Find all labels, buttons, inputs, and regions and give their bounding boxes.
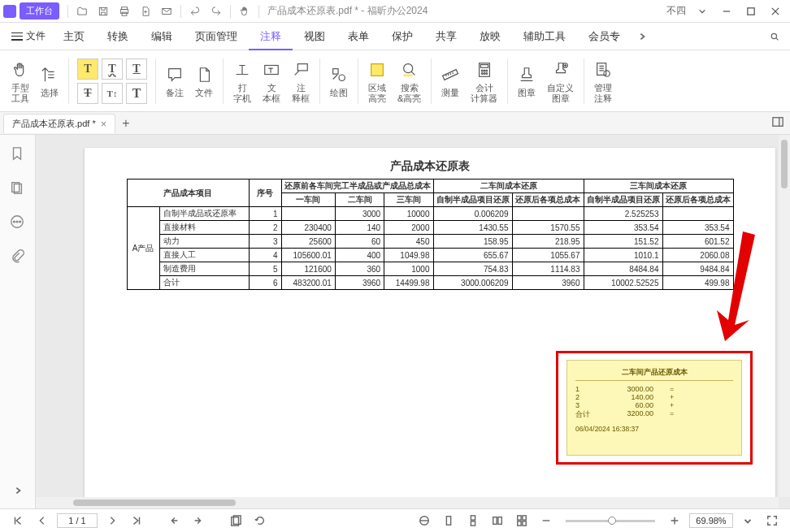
drawing-button[interactable]: 绘图	[325, 55, 353, 107]
file-menu[interactable]: 文件	[5, 29, 52, 43]
single-page-button[interactable]	[439, 513, 458, 529]
svg-rect-13	[403, 74, 412, 76]
next-page-button[interactable]	[102, 513, 122, 529]
measure-button[interactable]: 测量	[436, 55, 464, 107]
svg-point-6	[771, 33, 776, 38]
side-panel-toggle[interactable]	[772, 116, 787, 131]
tab-protect[interactable]: 保护	[380, 23, 424, 50]
svg-rect-38	[471, 516, 475, 520]
manage-annotations-button[interactable]: 管理 注释	[589, 55, 617, 107]
hand-tool-button[interactable]: 手型 工具	[7, 55, 34, 107]
horizontal-scrollbar[interactable]	[36, 497, 779, 508]
minimize-button[interactable]	[715, 2, 738, 20]
tab-page[interactable]: 页面管理	[184, 23, 249, 50]
document-tab[interactable]: 产品成本还原表.pdf * ×	[3, 114, 115, 133]
zoom-slider[interactable]	[566, 520, 655, 522]
last-page-button[interactable]	[127, 513, 146, 529]
fit-page-button[interactable]	[415, 513, 434, 529]
tab-share[interactable]: 共享	[424, 23, 468, 50]
svg-rect-14	[443, 70, 458, 80]
continuous-button[interactable]	[463, 513, 483, 529]
document-title: 产品成本还原表.pdf * - 福昕办公2024	[267, 4, 666, 18]
document-canvas[interactable]: 产品成本还原表 产品成本项目 序号 还原前各车间完工半成品或产成品总成本 二车间…	[36, 135, 790, 508]
svg-point-10	[339, 75, 345, 80]
tab-home[interactable]: 主页	[52, 23, 96, 50]
area-highlight-button[interactable]: 区域 高亮	[363, 55, 391, 107]
calculator-button[interactable]: 会计 计算器	[466, 55, 502, 107]
highlight-tool[interactable]: T	[77, 58, 98, 80]
svg-point-20	[481, 72, 483, 74]
svg-rect-42	[518, 516, 521, 520]
tab-view[interactable]: 视图	[293, 23, 336, 50]
dropdown-icon[interactable]	[691, 2, 714, 20]
underline-tool[interactable]: T	[126, 58, 147, 80]
svg-rect-11	[371, 63, 384, 76]
table-title: 产品成本还原表	[85, 148, 775, 179]
strikeout-tool[interactable]: T	[77, 83, 98, 104]
file-attach-button[interactable]: 文件	[190, 55, 218, 107]
workspace-button[interactable]: 工作台	[20, 2, 59, 19]
zoom-value[interactable]: 69.98%	[689, 513, 733, 528]
svg-rect-5	[748, 7, 754, 14]
add-tab-button[interactable]: +	[122, 116, 129, 131]
zoom-dropdown[interactable]	[738, 513, 757, 529]
select-tool-button[interactable]: 选择	[36, 55, 63, 107]
tab-present[interactable]: 放映	[468, 23, 512, 50]
save-icon[interactable]	[94, 2, 112, 20]
email-icon[interactable]	[158, 2, 176, 20]
svg-rect-37	[446, 517, 450, 526]
expand-sidebar-icon[interactable]	[14, 486, 22, 497]
search-highlight-button[interactable]: 搜索 &高亮	[393, 55, 426, 107]
insert-tool[interactable]: T	[126, 83, 147, 104]
hand-icon[interactable]	[236, 2, 254, 20]
user-name[interactable]: 不四	[666, 4, 686, 18]
text-styles: T T T T T↕ T	[74, 55, 150, 107]
undo-icon[interactable]	[186, 2, 204, 20]
back-view-button[interactable]	[164, 513, 184, 529]
tab-member[interactable]: 会员专	[577, 23, 632, 50]
close-button[interactable]	[764, 2, 787, 20]
tab-edit[interactable]: 编辑	[140, 23, 184, 50]
replace-tool[interactable]: T↕	[102, 83, 123, 104]
tab-form[interactable]: 表单	[336, 23, 380, 50]
first-page-button[interactable]	[8, 513, 28, 529]
continuous-facing-button[interactable]	[512, 513, 532, 529]
tab-convert[interactable]: 转换	[96, 23, 140, 50]
ribbon: 手型 工具 选择 T T T T T↕ T 备注 文件 打 字机 文 本框 注 …	[0, 50, 790, 112]
forward-view-button[interactable]	[189, 513, 208, 529]
callout-button[interactable]: 注 释框	[287, 55, 315, 107]
custom-stamp-button[interactable]: 自定义 图章	[542, 55, 579, 107]
new-page-icon[interactable]	[137, 2, 154, 20]
comments-icon[interactable]	[10, 214, 26, 231]
print-icon[interactable]	[115, 2, 133, 20]
tab-tools[interactable]: 辅助工具	[512, 23, 577, 50]
open-icon[interactable]	[73, 2, 91, 20]
svg-rect-44	[518, 521, 521, 526]
vertical-scrollbar[interactable]	[779, 135, 790, 497]
svg-point-32	[19, 221, 20, 223]
pages-icon[interactable]	[10, 180, 26, 197]
zoom-in-button[interactable]	[665, 513, 684, 529]
maximize-button[interactable]	[740, 2, 762, 20]
page-number-input[interactable]: 1 / 1	[57, 513, 98, 528]
sticky-note[interactable]: 二车间产品还原成本 13000.00=2140.00+360.00+合计3200…	[566, 360, 742, 456]
tabs-next-icon[interactable]	[634, 28, 650, 45]
stamp-button[interactable]: 图章	[513, 55, 540, 107]
redo-icon[interactable]	[207, 2, 225, 20]
search-icon[interactable]	[766, 28, 783, 45]
bookmark-icon[interactable]	[10, 146, 26, 162]
typewriter-button[interactable]: 打 字机	[228, 55, 256, 107]
note-button[interactable]: 备注	[161, 55, 189, 107]
squiggly-tool[interactable]: T	[102, 58, 123, 80]
rotate-button[interactable]	[250, 513, 270, 529]
attachment-icon[interactable]	[10, 249, 26, 265]
close-tab-icon[interactable]: ×	[101, 119, 107, 129]
fullscreen-button[interactable]	[762, 513, 782, 529]
zoom-out-button[interactable]	[536, 513, 556, 529]
svg-rect-39	[471, 521, 475, 526]
tab-annotate[interactable]: 注释	[249, 23, 293, 50]
prev-page-button[interactable]	[33, 513, 52, 529]
textbox-button[interactable]: 文 本框	[258, 55, 285, 107]
thumbnail-view-button[interactable]	[226, 513, 245, 529]
facing-button[interactable]	[488, 513, 507, 529]
